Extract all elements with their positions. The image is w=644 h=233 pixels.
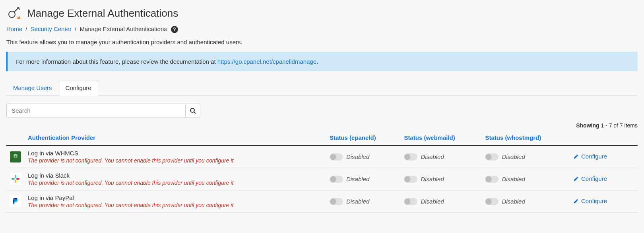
breadcrumb-security-center[interactable]: Security Center	[31, 25, 72, 32]
provider-error: The provider is not configured. You cann…	[28, 180, 323, 186]
info-callout: For more information about this feature,…	[6, 52, 638, 71]
breadcrumb-home[interactable]: Home	[6, 25, 22, 32]
search-input[interactable]	[6, 104, 185, 117]
provider-name: Log in via Slack	[28, 172, 323, 179]
tab-manage-users[interactable]: Manage Users	[6, 80, 59, 96]
col-status-webmaild[interactable]: Status (webmaild)	[401, 130, 482, 145]
svg-line-4	[194, 112, 196, 114]
toggle-webmaild[interactable]	[404, 198, 417, 205]
status-label: Disabled	[346, 176, 369, 182]
breadcrumb-current: Manage External Authentications	[80, 25, 167, 32]
toggle-cpaneld[interactable]	[330, 198, 343, 205]
page-intro: This feature allows you to manage your a…	[6, 39, 638, 45]
status-label: Disabled	[421, 176, 444, 182]
svg-rect-8	[15, 180, 16, 183]
callout-link[interactable]: https://go.cpanel.net/cpanelidmanage	[217, 58, 316, 65]
page-title: Manage External Authentications	[27, 7, 178, 20]
configure-button[interactable]: Configure	[573, 175, 607, 182]
whmcs-icon	[10, 151, 21, 163]
svg-point-0	[9, 11, 15, 18]
col-status-whostmgrd[interactable]: Status (whostmgrd)	[482, 130, 570, 145]
pencil-icon	[573, 154, 579, 159]
toggle-webmaild[interactable]	[404, 176, 417, 183]
toggle-cpaneld[interactable]	[330, 176, 343, 183]
svg-rect-9	[16, 178, 19, 180]
pencil-icon	[573, 176, 579, 182]
search-icon	[190, 108, 196, 114]
table-row: Log in via WHMCS The provider is not con…	[6, 145, 638, 168]
toggle-whostmgrd[interactable]	[485, 198, 499, 205]
paypal-icon	[10, 196, 21, 207]
col-provider[interactable]: Authentication Provider	[25, 130, 326, 145]
slack-icon	[10, 173, 21, 184]
toggle-webmaild[interactable]	[404, 153, 417, 161]
svg-rect-6	[15, 175, 16, 178]
svg-point-3	[190, 108, 194, 112]
status-label: Disabled	[502, 198, 525, 205]
tab-configure[interactable]: Configure	[59, 80, 98, 96]
help-icon[interactable]: ?	[171, 26, 178, 33]
callout-suffix: .	[316, 58, 318, 65]
tab-bar: Manage Users Configure	[6, 80, 638, 96]
breadcrumbs: Home / Security Center / Manage External…	[6, 25, 638, 33]
auth-page-icon	[6, 6, 21, 21]
showing-count: Showing 1 - 7 of 7 items	[6, 122, 638, 129]
toggle-whostmgrd[interactable]	[485, 176, 499, 183]
status-label: Disabled	[421, 198, 444, 205]
status-label: Disabled	[502, 176, 525, 182]
provider-error: The provider is not configured. You cann…	[28, 202, 323, 208]
status-label: Disabled	[421, 153, 444, 160]
provider-name: Log in via WHMCS	[28, 150, 323, 157]
status-label: Disabled	[346, 153, 369, 160]
callout-prefix: For more information about this feature,…	[16, 58, 217, 65]
table-row: Log in via PayPal The provider is not co…	[6, 190, 638, 213]
pencil-icon	[573, 198, 579, 204]
provider-error: The provider is not configured. You cann…	[28, 157, 323, 164]
providers-table: Authentication Provider Status (cpaneld)…	[6, 130, 638, 213]
search-button[interactable]	[185, 104, 200, 117]
table-row: Log in via Slack The provider is not con…	[6, 168, 638, 190]
svg-point-5	[15, 155, 17, 157]
status-label: Disabled	[502, 153, 525, 160]
status-label: Disabled	[346, 198, 369, 205]
toggle-cpaneld[interactable]	[330, 153, 343, 161]
provider-name: Log in via PayPal	[28, 194, 323, 201]
configure-button[interactable]: Configure	[573, 153, 607, 160]
svg-rect-7	[12, 178, 15, 180]
configure-button[interactable]: Configure	[573, 198, 607, 204]
col-status-cpaneld[interactable]: Status (cpaneld)	[326, 130, 401, 145]
toggle-whostmgrd[interactable]	[485, 153, 499, 161]
